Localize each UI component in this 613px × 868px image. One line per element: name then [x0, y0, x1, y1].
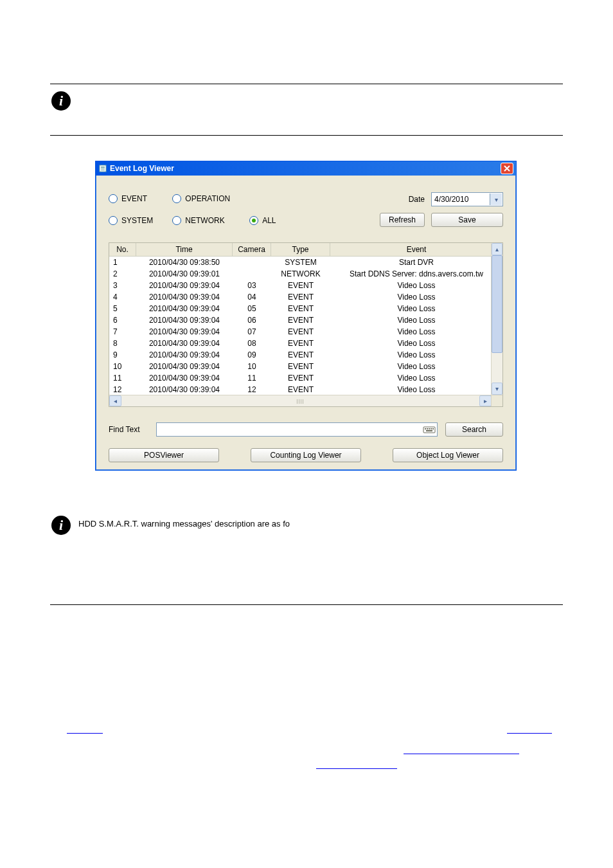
table-row[interactable]: 22010/04/30 09:39:01NETWORKStart DDNS Se…: [109, 268, 502, 280]
cell-type: EVENT: [271, 291, 330, 303]
info-icon: i: [51, 91, 71, 111]
table-row[interactable]: 32010/04/30 09:39:0403EVENTVideo Loss: [109, 280, 502, 291]
find-text-input[interactable]: [157, 424, 423, 435]
cell-time: 2010/04/30 09:39:04: [136, 280, 233, 291]
posviewer-button[interactable]: POSViewer: [109, 448, 219, 462]
table-body: 12010/04/30 09:38:50SYSTEMStart DVR22010…: [109, 257, 502, 406]
link-underline[interactable]: [316, 759, 397, 769]
table-row[interactable]: 42010/04/30 09:39:0404EVENTVideo Loss: [109, 291, 502, 303]
scroll-right-button[interactable]: ▸: [479, 395, 492, 406]
col-no[interactable]: No.: [109, 243, 136, 256]
table-row[interactable]: 82010/04/30 09:39:0408EVENTVideo Loss: [109, 338, 502, 349]
radio-network[interactable]: NETWORK: [172, 216, 230, 225]
cell-camera: 11: [233, 372, 271, 384]
cell-no: 8: [109, 338, 136, 349]
col-type[interactable]: Type: [271, 243, 330, 256]
cell-type: EVENT: [271, 349, 330, 361]
date-picker[interactable]: ▾: [431, 192, 503, 206]
cell-event: Video Loss: [330, 349, 502, 361]
event-log-table: No. Time Camera Type Event 12010/04/30 0…: [109, 242, 503, 407]
info-icon: i: [51, 516, 71, 535]
cell-no: 1: [109, 257, 136, 268]
link-underline[interactable]: [404, 745, 519, 754]
cell-camera: 12: [233, 384, 271, 395]
scrollbar-corner: [491, 395, 502, 406]
cell-event: Video Loss: [330, 303, 502, 314]
cell-type: NETWORK: [271, 268, 330, 280]
event-log-viewer-window: Event Log Viewer EVENT OPERATION SYSTEM: [95, 161, 517, 471]
cell-no: 4: [109, 291, 136, 303]
cell-event: Video Loss: [330, 384, 502, 395]
search-button[interactable]: Search: [445, 422, 503, 437]
table-row[interactable]: 72010/04/30 09:39:0407EVENTVideo Loss: [109, 326, 502, 338]
cell-event: Start DVR: [330, 257, 502, 268]
cell-camera: 10: [233, 361, 271, 372]
chevron-up-icon: ▴: [495, 246, 499, 253]
cell-event: Video Loss: [330, 361, 502, 372]
table-row[interactable]: 92010/04/30 09:39:0409EVENTVideo Loss: [109, 349, 502, 361]
cell-time: 2010/04/30 09:39:04: [136, 326, 233, 338]
smart-warning-note: HDD S.M.A.R.T. warning messages' descrip…: [78, 519, 290, 529]
radio-all[interactable]: ALL: [249, 216, 276, 225]
cell-time: 2010/04/30 09:39:04: [136, 384, 233, 395]
cell-camera: 05: [233, 303, 271, 314]
svg-rect-6: [427, 428, 428, 429]
table-row[interactable]: 122010/04/30 09:39:0412EVENTVideo Loss: [109, 384, 502, 395]
object-log-viewer-button[interactable]: Object Log Viewer: [393, 448, 503, 462]
cell-type: EVENT: [271, 384, 330, 395]
svg-rect-9: [432, 428, 434, 429]
radio-network-label: NETWORK: [185, 216, 224, 225]
col-time[interactable]: Time: [136, 243, 233, 256]
refresh-button[interactable]: Refresh: [380, 213, 425, 227]
horizontal-scrollbar[interactable]: ◂ |||| ▸: [109, 395, 492, 406]
cell-time: 2010/04/30 09:38:50: [136, 257, 233, 268]
save-button[interactable]: Save: [431, 213, 503, 227]
close-button[interactable]: [501, 163, 513, 174]
cell-camera: 03: [233, 280, 271, 291]
radio-dot-icon: [172, 194, 181, 203]
table-row[interactable]: 52010/04/30 09:39:0405EVENTVideo Loss: [109, 303, 502, 314]
cell-time: 2010/04/30 09:39:04: [136, 314, 233, 326]
table-row[interactable]: 112010/04/30 09:39:0411EVENTVideo Loss: [109, 372, 502, 384]
cell-type: EVENT: [271, 326, 330, 338]
cell-camera: [233, 268, 271, 280]
cell-no: 12: [109, 384, 136, 395]
date-input[interactable]: [432, 195, 490, 204]
scroll-down-button[interactable]: ▾: [492, 383, 502, 395]
table-row[interactable]: 62010/04/30 09:39:0406EVENTVideo Loss: [109, 314, 502, 326]
cell-no: 6: [109, 314, 136, 326]
scroll-h-track[interactable]: ||||: [121, 395, 479, 406]
scroll-thumb[interactable]: [492, 255, 502, 353]
cell-time: 2010/04/30 09:39:04: [136, 303, 233, 314]
find-text-label: Find Text: [109, 425, 148, 434]
find-text-field[interactable]: [156, 422, 438, 437]
svg-rect-7: [429, 428, 430, 429]
radio-event[interactable]: EVENT: [109, 194, 153, 203]
date-label: Date: [380, 195, 425, 204]
cell-type: EVENT: [271, 303, 330, 314]
link-underline[interactable]: [67, 724, 103, 734]
table-row[interactable]: 102010/04/30 09:39:0410EVENTVideo Loss: [109, 361, 502, 372]
table-row[interactable]: 12010/04/30 09:38:50SYSTEMStart DVR: [109, 257, 502, 268]
link-underline[interactable]: [507, 724, 552, 736]
window-title: Event Log Viewer: [110, 164, 174, 173]
scroll-up-button[interactable]: ▴: [492, 243, 502, 255]
cell-event: Start DDNS Server: ddns.avers.com.tw: [330, 268, 502, 280]
cell-no: 3: [109, 280, 136, 291]
titlebar: Event Log Viewer: [96, 161, 516, 176]
scroll-left-button[interactable]: ◂: [109, 395, 121, 406]
radio-operation[interactable]: OPERATION: [172, 194, 230, 203]
keyboard-icon[interactable]: [423, 424, 436, 435]
vertical-scrollbar[interactable]: ▴ ▾: [491, 243, 502, 395]
col-event[interactable]: Event: [330, 243, 502, 256]
svg-rect-2: [101, 168, 105, 169]
cell-time: 2010/04/30 09:39:04: [136, 338, 233, 349]
svg-rect-5: [425, 428, 426, 429]
col-camera[interactable]: Camera: [233, 243, 271, 256]
cell-type: EVENT: [271, 372, 330, 384]
chevron-left-icon: ◂: [114, 397, 117, 404]
cell-type: SYSTEM: [271, 257, 330, 268]
radio-system[interactable]: SYSTEM: [109, 216, 153, 225]
counting-log-viewer-button[interactable]: Counting Log Viewer: [251, 448, 361, 462]
date-dropdown-button[interactable]: ▾: [490, 194, 502, 205]
